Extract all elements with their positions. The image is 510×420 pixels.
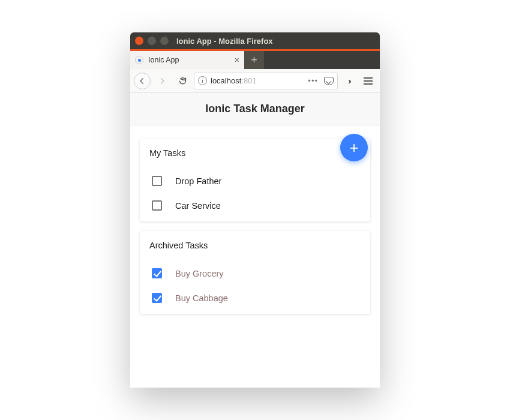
tab-favicon-icon: [135, 56, 143, 64]
app-content: + My Tasks Drop Father Car Service Archi…: [130, 125, 380, 388]
site-info-icon[interactable]: i: [198, 76, 207, 85]
plus-icon: +: [349, 140, 358, 155]
back-button[interactable]: [134, 73, 151, 89]
task-label: Buy Grocery: [175, 269, 224, 278]
overflow-button[interactable]: ››: [340, 76, 357, 86]
pocket-icon[interactable]: [324, 77, 334, 85]
my-tasks-card: + My Tasks Drop Father Car Service: [140, 139, 370, 221]
arrow-right-icon: [158, 77, 166, 85]
add-task-button[interactable]: +: [340, 134, 368, 161]
new-tab-button[interactable]: +: [244, 51, 264, 69]
hamburger-icon: [364, 77, 373, 85]
browser-toolbar: i localhost:801 ••• ››: [130, 69, 380, 93]
chevron-right-icon: ››: [348, 76, 349, 86]
my-tasks-title: My Tasks: [149, 148, 361, 158]
app-title: Ionic Task Manager: [205, 103, 305, 115]
archived-tasks-card: Archived Tasks Buy Grocery Buy Cabbage: [140, 231, 370, 314]
task-checkbox[interactable]: [152, 293, 162, 303]
task-checkbox[interactable]: [152, 268, 162, 278]
task-row[interactable]: Drop Father: [149, 169, 361, 193]
task-row[interactable]: Car Service: [149, 193, 361, 218]
task-checkbox[interactable]: [152, 176, 162, 186]
archived-tasks-title: Archived Tasks: [149, 241, 361, 250]
task-label: Buy Cabbage: [175, 293, 228, 303]
browser-tab[interactable]: Ionic App ×: [130, 51, 244, 69]
task-checkbox[interactable]: [152, 200, 162, 211]
window-titlebar: Ionic App - Mozilla Firefox: [130, 32, 380, 49]
url-bar[interactable]: i localhost:801 •••: [194, 73, 338, 89]
window-close-button[interactable]: [135, 37, 143, 45]
reload-button[interactable]: [173, 72, 191, 90]
tab-title: Ionic App: [148, 56, 179, 64]
menu-button[interactable]: [359, 77, 376, 85]
page-actions-icon[interactable]: •••: [305, 76, 320, 85]
archived-task-row[interactable]: Buy Grocery: [149, 261, 361, 286]
archived-task-row[interactable]: Buy Cabbage: [149, 286, 361, 310]
forward-button[interactable]: [153, 72, 171, 90]
tab-close-icon[interactable]: ×: [235, 56, 239, 64]
arrow-left-icon: [138, 77, 146, 85]
window-title: Ionic App - Mozilla Firefox: [176, 37, 273, 46]
app-header: Ionic Task Manager: [130, 93, 380, 125]
url-rest: :801: [241, 76, 256, 85]
task-label: Car Service: [175, 201, 221, 211]
url-host: localhost: [211, 76, 241, 85]
task-label: Drop Father: [175, 176, 221, 186]
window-maximize-button[interactable]: [160, 37, 169, 45]
window-minimize-button[interactable]: [148, 37, 156, 45]
browser-window: Ionic App - Mozilla Firefox Ionic App × …: [130, 32, 380, 388]
tab-strip: Ionic App × +: [130, 49, 380, 69]
reload-icon: [178, 76, 187, 85]
